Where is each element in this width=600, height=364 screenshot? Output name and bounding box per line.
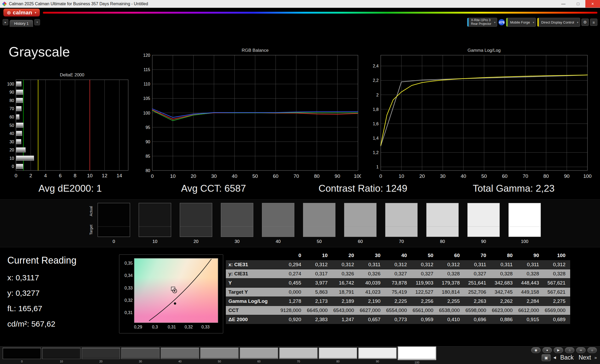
swatch-label: 40 bbox=[262, 239, 294, 244]
table-cell: 41,023 bbox=[359, 288, 385, 297]
table-cell: 3,977 bbox=[306, 278, 332, 288]
minimize-button[interactable]: — bbox=[556, 0, 571, 8]
table-cell: 0,920 bbox=[279, 315, 306, 324]
patch-button-60[interactable]: 60 bbox=[240, 348, 278, 364]
patch-swatch[interactable] bbox=[319, 348, 357, 359]
svg-text:50: 50 bbox=[9, 123, 14, 128]
svg-text:40: 40 bbox=[9, 131, 14, 136]
swatch-target bbox=[385, 226, 417, 237]
grayscale-swatch-70: 70 bbox=[385, 203, 418, 244]
swatch-actual bbox=[509, 203, 541, 226]
table-cell: 180,814 bbox=[438, 288, 464, 297]
gamma-chart: Gamma Log/Log010203040506070809010011,21… bbox=[370, 46, 593, 179]
source-name: Mobile Forge bbox=[509, 20, 530, 24]
table-cell: 0,326 bbox=[332, 269, 359, 278]
svg-text:70: 70 bbox=[294, 173, 299, 179]
camera-button[interactable]: ◉ bbox=[531, 347, 541, 353]
svg-text:0: 0 bbox=[15, 173, 18, 178]
meter-dropdown[interactable]: X-Rite i1Pro 3 Rear Projector ▾ bbox=[467, 18, 497, 27]
swatch-target bbox=[509, 226, 541, 237]
swatch-actual bbox=[221, 203, 253, 226]
transport-icon-row: ◉ ● ▶ ⌂ ∞ ☼ bbox=[531, 347, 597, 353]
grayscale-swatch-80: 80 bbox=[426, 203, 459, 244]
patch-swatch[interactable] bbox=[121, 348, 160, 359]
spectrum-bar bbox=[43, 12, 597, 14]
svg-text:1,6: 1,6 bbox=[373, 122, 379, 126]
patch-swatch[interactable] bbox=[200, 348, 239, 359]
patch-button-80[interactable]: 80 bbox=[319, 348, 357, 364]
save-button[interactable]: ⌂ bbox=[565, 347, 574, 353]
table-col-header: 10 bbox=[306, 251, 332, 260]
svg-text:0,31: 0,31 bbox=[125, 310, 133, 315]
swatch-target bbox=[221, 226, 253, 237]
brightness-icon: ☼ bbox=[591, 348, 594, 352]
svg-text:0: 0 bbox=[379, 173, 382, 179]
menu-button[interactable]: ≡ bbox=[590, 19, 597, 26]
patch-swatch[interactable] bbox=[240, 348, 278, 359]
svg-text:0,33: 0,33 bbox=[125, 286, 133, 290]
patch-swatch[interactable] bbox=[398, 346, 436, 360]
table-row-label: Gamma Log/Log bbox=[226, 297, 279, 306]
svg-text:20: 20 bbox=[9, 148, 14, 152]
svg-text:0,29: 0,29 bbox=[134, 325, 142, 329]
close-button[interactable]: × bbox=[585, 0, 600, 8]
patch-button-50[interactable]: 50 bbox=[200, 348, 239, 364]
svg-text:10: 10 bbox=[399, 173, 404, 179]
swatch-actual bbox=[468, 203, 500, 226]
grayscale-swatch-10: 10 bbox=[139, 203, 171, 244]
swatch-label: 30 bbox=[221, 239, 253, 244]
bottom-bar: 0102030405060708090100 ◉ ● ▶ ⌂ ∞ ☼ ▣ ◄ B… bbox=[0, 346, 600, 364]
record-button[interactable]: ● bbox=[542, 347, 552, 353]
window-titlebar: Calman 2025 Calman Ultimate for Business… bbox=[0, 0, 600, 8]
tab-history-1[interactable]: History 1 bbox=[10, 20, 33, 27]
patch-label: 10 bbox=[60, 360, 63, 363]
continuous-button[interactable]: ∞ bbox=[576, 347, 586, 353]
next-button[interactable]: Next bbox=[579, 354, 591, 361]
patch-swatch[interactable] bbox=[42, 348, 81, 359]
patch-button-70[interactable]: 70 bbox=[279, 348, 318, 364]
svg-text:80: 80 bbox=[314, 173, 319, 179]
source-dropdown[interactable]: Mobile Forge ▾ bbox=[506, 18, 536, 27]
patch-swatch[interactable] bbox=[279, 348, 318, 359]
settings-button[interactable]: ⚙ bbox=[581, 19, 589, 26]
maximize-button[interactable]: □ bbox=[571, 0, 585, 8]
avg-cct-value: Avg CCT: 6587 bbox=[181, 183, 246, 194]
table-cell: 6561,000 bbox=[412, 306, 438, 315]
patch-button-10[interactable]: 10 bbox=[42, 348, 81, 364]
brightness-button[interactable]: ☼ bbox=[587, 347, 597, 353]
source-accent bbox=[506, 18, 508, 26]
patch-swatch[interactable] bbox=[358, 348, 397, 359]
pattern-window-button[interactable]: ▣ bbox=[542, 354, 551, 361]
table-col-header: 70 bbox=[464, 251, 491, 260]
patch-button-30[interactable]: 30 bbox=[121, 348, 160, 364]
svg-text:90: 90 bbox=[335, 173, 340, 179]
back-button[interactable]: Back bbox=[560, 354, 574, 361]
patch-button-100[interactable]: 100 bbox=[398, 348, 436, 364]
patch-button-90[interactable]: 90 bbox=[358, 348, 397, 364]
patch-swatch[interactable] bbox=[3, 348, 41, 359]
swatch-target bbox=[468, 226, 500, 237]
svg-text:0,33: 0,33 bbox=[201, 325, 210, 329]
patch-button-40[interactable]: 40 bbox=[161, 348, 199, 364]
calman-logo-menu[interactable]: ⊛ calman ▾ bbox=[3, 9, 40, 16]
play-button[interactable]: ▶ bbox=[554, 347, 563, 353]
table-cell: 0,312 bbox=[544, 260, 570, 269]
svg-text:10: 10 bbox=[9, 156, 14, 161]
display-control-dropdown[interactable]: Direct Display Control ▾ bbox=[537, 18, 580, 27]
svg-text:100: 100 bbox=[143, 111, 150, 115]
table-col-header: 40 bbox=[385, 251, 412, 260]
expand-sidebar-button[interactable]: ▸ bbox=[3, 19, 8, 25]
patch-button-20[interactable]: 20 bbox=[82, 348, 120, 364]
svg-text:110: 110 bbox=[143, 82, 150, 86]
gamma-grid bbox=[381, 55, 587, 170]
swatch-box bbox=[98, 203, 130, 237]
target-row-label: Target bbox=[89, 221, 93, 238]
patch-swatch[interactable] bbox=[82, 348, 120, 359]
add-tab-button[interactable]: + bbox=[34, 19, 40, 25]
svg-text:0,32: 0,32 bbox=[184, 325, 193, 329]
patch-swatch[interactable] bbox=[161, 348, 199, 359]
patch-label: 60 bbox=[257, 360, 260, 363]
table-cell: 6612,000 bbox=[517, 306, 544, 315]
table-cell: 0,328 bbox=[438, 269, 464, 278]
patch-button-0[interactable]: 0 bbox=[3, 348, 41, 364]
